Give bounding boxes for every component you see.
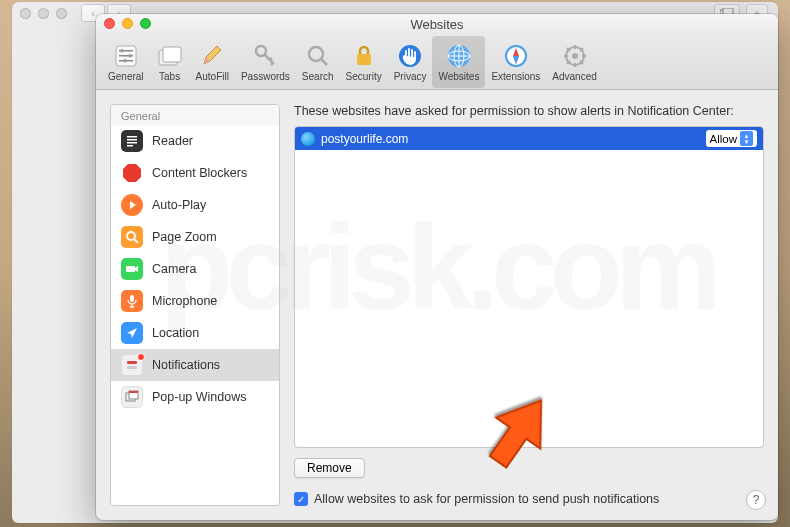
tab-advanced[interactable]: Advanced [546, 36, 602, 88]
sidebar-item-label: Location [152, 326, 199, 340]
maximize-icon[interactable] [140, 18, 151, 29]
window-title: Websites [410, 17, 463, 32]
tab-websites[interactable]: Websites [432, 36, 485, 88]
compass-icon [502, 42, 530, 70]
svg-rect-29 [127, 361, 137, 364]
help-button[interactable]: ? [746, 490, 766, 510]
close-icon[interactable] [20, 8, 31, 19]
preferences-window: pcrisk.com Websites General Tabs AutoF [96, 14, 778, 520]
zoom-icon [121, 226, 143, 248]
hand-icon [396, 42, 424, 70]
tab-passwords[interactable]: Passwords [235, 36, 296, 88]
preferences-titlebar: Websites [96, 14, 778, 34]
play-icon [121, 194, 143, 216]
switches-icon [112, 42, 140, 70]
sidebar-item-microphone[interactable]: Microphone [111, 285, 279, 317]
sidebar-header: General [111, 105, 279, 125]
sidebar: General Reader Content Blockers A [110, 104, 280, 506]
sidebar-item-label: Notifications [152, 358, 220, 372]
svg-point-26 [127, 232, 135, 240]
permission-value: Allow [710, 133, 737, 145]
globe-icon [445, 42, 473, 70]
checkbox-row[interactable]: ✓ Allow websites to ask for permission t… [294, 492, 764, 506]
microphone-icon [121, 290, 143, 312]
chevron-updown-icon: ▲▼ [740, 131, 753, 146]
tab-label: AutoFill [196, 71, 229, 82]
sidebar-item-label: Page Zoom [152, 230, 217, 244]
tab-label: Advanced [552, 71, 596, 82]
website-row[interactable]: postyourlife.com Allow ▲▼ [295, 127, 763, 150]
browser-traffic-lights [20, 8, 67, 19]
svg-rect-33 [129, 391, 138, 393]
search-icon [304, 42, 332, 70]
bottom-controls: Remove ✓ Allow websites to ask for permi… [294, 458, 764, 506]
tab-extensions[interactable]: Extensions [485, 36, 546, 88]
svg-rect-24 [127, 142, 137, 144]
popup-icon [121, 386, 143, 408]
sidebar-item-auto-play[interactable]: Auto-Play [111, 189, 279, 221]
main-panel: These websites have asked for permission… [294, 104, 764, 506]
tab-security[interactable]: Security [340, 36, 388, 88]
maximize-icon[interactable] [56, 8, 67, 19]
tab-tabs[interactable]: Tabs [150, 36, 190, 88]
preferences-toolbar: General Tabs AutoFill Passwords Search [96, 34, 778, 90]
tab-autofill[interactable]: AutoFill [190, 36, 235, 88]
sidebar-item-label: Microphone [152, 294, 217, 308]
tab-label: General [108, 71, 144, 82]
sidebar-item-popup-windows[interactable]: Pop-up Windows [111, 381, 279, 413]
tab-search[interactable]: Search [296, 36, 340, 88]
sidebar-item-page-zoom[interactable]: Page Zoom [111, 221, 279, 253]
svg-rect-28 [130, 295, 134, 302]
svg-rect-25 [127, 145, 133, 147]
tab-label: Security [346, 71, 382, 82]
sidebar-item-location[interactable]: Location [111, 317, 279, 349]
reader-icon [121, 130, 143, 152]
sidebar-item-label: Reader [152, 134, 193, 148]
svg-rect-22 [127, 136, 137, 138]
location-icon [121, 322, 143, 344]
permission-select[interactable]: Allow ▲▼ [706, 130, 757, 147]
tabs-icon [156, 42, 184, 70]
tab-label: Extensions [491, 71, 540, 82]
svg-point-6 [120, 48, 124, 52]
stop-icon [121, 162, 143, 184]
tab-label: Passwords [241, 71, 290, 82]
lock-icon [350, 42, 378, 70]
close-icon[interactable] [104, 18, 115, 29]
sidebar-item-label: Auto-Play [152, 198, 206, 212]
sidebar-item-label: Camera [152, 262, 196, 276]
checkbox-icon[interactable]: ✓ [294, 492, 308, 506]
sidebar-item-camera[interactable]: Camera [111, 253, 279, 285]
minimize-icon[interactable] [122, 18, 133, 29]
key-icon [251, 42, 279, 70]
svg-point-8 [123, 58, 127, 62]
site-favicon-icon [301, 132, 315, 146]
svg-rect-27 [126, 266, 135, 272]
websites-list[interactable]: postyourlife.com Allow ▲▼ [294, 126, 764, 448]
tab-privacy[interactable]: Privacy [388, 36, 433, 88]
tab-label: Websites [438, 71, 479, 82]
site-domain: postyourlife.com [321, 132, 700, 146]
tab-general[interactable]: General [102, 36, 150, 88]
svg-point-12 [309, 47, 323, 61]
sidebar-item-label: Pop-up Windows [152, 390, 247, 404]
sidebar-item-reader[interactable]: Reader [111, 125, 279, 157]
traffic-lights [104, 18, 151, 29]
gear-icon [561, 42, 589, 70]
badge-dot-icon [137, 353, 145, 361]
svg-rect-10 [163, 47, 181, 62]
minimize-icon[interactable] [38, 8, 49, 19]
description-text: These websites have asked for permission… [294, 104, 764, 118]
checkbox-label: Allow websites to ask for permission to … [314, 492, 659, 506]
sidebar-item-content-blockers[interactable]: Content Blockers [111, 157, 279, 189]
camera-icon [121, 258, 143, 280]
svg-rect-13 [357, 54, 371, 65]
remove-button[interactable]: Remove [294, 458, 365, 478]
content-area: General Reader Content Blockers A [96, 90, 778, 520]
sidebar-item-label: Content Blockers [152, 166, 247, 180]
svg-rect-23 [127, 139, 137, 141]
svg-point-21 [572, 53, 578, 59]
sidebar-item-notifications[interactable]: Notifications [111, 349, 279, 381]
pencil-icon [198, 42, 226, 70]
tab-label: Tabs [159, 71, 180, 82]
